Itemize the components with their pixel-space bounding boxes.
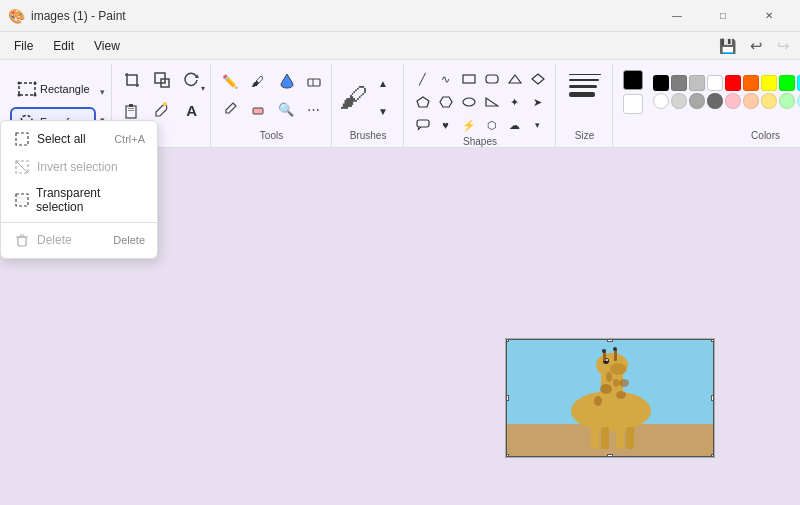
menu-edit[interactable]: Edit xyxy=(43,37,84,55)
minimize-button[interactable]: — xyxy=(654,0,700,32)
handle-bottom-right[interactable] xyxy=(711,454,715,458)
shape-triangle[interactable] xyxy=(504,68,526,90)
handle-bottom-left[interactable] xyxy=(505,454,509,458)
color-lgray1[interactable] xyxy=(671,93,687,109)
shape-misc2[interactable]: ☁ xyxy=(504,114,526,136)
color-green[interactable] xyxy=(779,75,795,91)
color-white[interactable] xyxy=(707,75,723,91)
save-icon[interactable]: 💾 xyxy=(713,36,742,56)
redo-icon[interactable]: ↪ xyxy=(771,35,796,57)
svg-rect-6 xyxy=(155,73,165,83)
rectangle-select-button[interactable]: Rectangle xyxy=(10,74,96,104)
svg-point-2 xyxy=(34,82,37,85)
dropdown-delete[interactable]: Delete Delete xyxy=(1,226,157,254)
color-ltyellow[interactable] xyxy=(761,93,777,109)
svg-point-58 xyxy=(606,372,612,382)
fill-icon xyxy=(277,72,295,90)
color-gray1[interactable] xyxy=(671,75,687,91)
color-ltcyan[interactable] xyxy=(797,93,800,109)
shape-lightning[interactable]: ⚡ xyxy=(458,114,480,136)
selected-image[interactable] xyxy=(505,338,715,458)
brush-down-button[interactable]: ▼ xyxy=(370,98,396,124)
dropdown-select-all[interactable]: Select all Ctrl+A xyxy=(1,125,157,153)
color-pink[interactable] xyxy=(725,93,741,109)
color-orange[interactable] xyxy=(743,75,759,91)
eraser-button[interactable] xyxy=(301,68,327,94)
shape-expand[interactable]: ▾ xyxy=(527,114,549,136)
menu-file[interactable]: File xyxy=(4,37,43,55)
color-yellow[interactable] xyxy=(761,75,777,91)
svg-rect-57 xyxy=(626,427,634,449)
more-tools-button[interactable]: ⋯ xyxy=(301,96,327,122)
resize-button[interactable] xyxy=(148,66,176,94)
select-all-icon xyxy=(13,130,31,148)
shape-line[interactable]: ╱ xyxy=(412,68,434,90)
shape-star[interactable]: ✦ xyxy=(504,91,526,113)
shape-diamond[interactable] xyxy=(527,68,549,90)
pencil-button[interactable]: ✏️ xyxy=(217,68,243,94)
color-black[interactable] xyxy=(653,75,669,91)
color-red[interactable] xyxy=(725,75,741,91)
svg-point-51 xyxy=(616,391,626,399)
size-line-4[interactable] xyxy=(569,92,595,97)
color-cyan[interactable] xyxy=(797,75,800,91)
handle-middle-right[interactable] xyxy=(711,395,715,401)
close-button[interactable]: ✕ xyxy=(746,0,792,32)
fill-button[interactable] xyxy=(273,68,299,94)
svg-marker-24 xyxy=(486,98,498,106)
dropdown-transparent-selection[interactable]: Transparent selection xyxy=(1,181,157,219)
shape-heart[interactable]: ♥ xyxy=(435,114,457,136)
svg-rect-54 xyxy=(591,427,599,449)
shape-misc1[interactable]: ⬡ xyxy=(481,114,503,136)
rotate-button[interactable]: ▾ xyxy=(178,66,206,94)
color-ltgreen[interactable] xyxy=(779,93,795,109)
brush-up-button[interactable]: ▲ xyxy=(370,70,396,96)
color-gray2[interactable] xyxy=(689,75,705,91)
handle-middle-left[interactable] xyxy=(505,395,509,401)
svg-rect-9 xyxy=(126,106,136,118)
size-line-3[interactable] xyxy=(569,85,597,88)
crop-button[interactable] xyxy=(118,66,146,94)
undo-icon[interactable]: ↩ xyxy=(744,35,769,57)
shape-callout[interactable] xyxy=(412,114,434,136)
shape-curve[interactable]: ∿ xyxy=(435,68,457,90)
svg-point-43 xyxy=(610,363,626,375)
menu-view[interactable]: View xyxy=(84,37,130,55)
svg-rect-29 xyxy=(16,133,28,145)
eyedropper-button[interactable] xyxy=(217,96,243,122)
shape-pentagon[interactable] xyxy=(412,91,434,113)
background-color-swatch[interactable] xyxy=(623,94,643,114)
select-all-svg xyxy=(15,132,29,146)
title-bar: 🎨 images (1) - Paint — □ ✕ xyxy=(0,0,800,32)
svg-rect-56 xyxy=(616,427,624,449)
brush-big-button[interactable]: 🖌 xyxy=(340,84,366,110)
brush-button[interactable]: 🖌 xyxy=(245,68,271,94)
shape-ellipse[interactable] xyxy=(458,91,480,113)
color-peach[interactable] xyxy=(743,93,759,109)
text-button[interactable]: A xyxy=(178,96,206,124)
svg-point-47 xyxy=(602,349,606,353)
app-icon: 🎨 xyxy=(8,8,25,24)
size-line-1[interactable] xyxy=(569,74,601,75)
handle-top-middle[interactable] xyxy=(607,338,613,342)
color-white2[interactable] xyxy=(653,93,669,109)
maximize-button[interactable]: □ xyxy=(700,0,746,32)
shape-roundrect[interactable] xyxy=(481,68,503,90)
shape-arrow[interactable]: ➤ xyxy=(527,91,549,113)
handle-bottom-middle[interactable] xyxy=(607,454,613,458)
dropdown-invert-selection[interactable]: Invert selection xyxy=(1,153,157,181)
color-dgray[interactable] xyxy=(707,93,723,109)
color-lgray2[interactable] xyxy=(689,93,705,109)
foreground-color[interactable] xyxy=(623,70,643,90)
size-line-2[interactable] xyxy=(569,79,599,81)
handle-top-right[interactable] xyxy=(711,338,715,342)
svg-rect-14 xyxy=(308,79,320,86)
window-controls: — □ ✕ xyxy=(654,0,792,32)
shape-hexagon[interactable] xyxy=(435,91,457,113)
handle-top-left[interactable] xyxy=(505,338,509,342)
eraser2-button[interactable] xyxy=(245,96,271,122)
shape-rect[interactable] xyxy=(458,68,480,90)
shape-right-triangle[interactable] xyxy=(481,91,503,113)
rectangle-dropdown-chevron[interactable]: ▾ xyxy=(100,87,105,97)
zoom-button[interactable]: 🔍 xyxy=(273,96,299,122)
